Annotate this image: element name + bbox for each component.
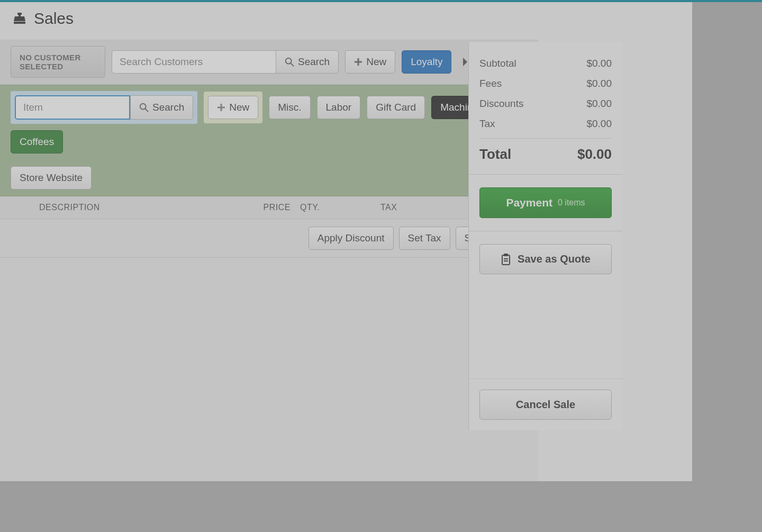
payment-button[interactable]: Payment 0 items (479, 187, 612, 218)
summary-discounts-value: $0.00 (586, 98, 612, 110)
svg-point-3 (286, 58, 292, 64)
col-qty: QTY. (291, 203, 333, 212)
store-website-button[interactable]: Store Website (11, 166, 92, 190)
search-icon (285, 57, 294, 67)
summary-tax-value: $0.00 (586, 118, 612, 130)
svg-rect-2 (14, 22, 25, 24)
payment-items: 0 items (558, 198, 585, 208)
col-description: DESCRIPTION (13, 203, 246, 212)
set-tax-button[interactable]: Set Tax (399, 227, 450, 250)
item-bar: Search New Misc. Labor Gift Card Machine… (0, 85, 538, 196)
cancel-sale-button[interactable]: Cancel Sale (479, 390, 612, 420)
svg-rect-11 (502, 255, 510, 265)
new-customer-button[interactable]: New (345, 50, 395, 74)
main-area: NO CUSTOMER SELECTED Search New Loyalty (0, 40, 538, 481)
summary-fees: Fees $0.00 (479, 74, 612, 94)
payment-block: Payment 0 items (469, 174, 622, 231)
summary-discounts-label: Discounts (479, 98, 523, 110)
customer-search-label: Search (298, 56, 330, 68)
clipboard-icon (501, 254, 511, 265)
plus-icon (354, 58, 362, 66)
row-actions: Apply Discount Set Tax Show Notes (0, 219, 538, 258)
summary-total-value: $0.00 (577, 146, 612, 163)
summary-subtotal-value: $0.00 (586, 58, 612, 69)
summary-subtotal: Subtotal $0.00 (479, 53, 612, 74)
quick-button-coffees[interactable]: Coffees (11, 130, 63, 154)
svg-rect-13 (504, 258, 508, 259)
summary-fees-value: $0.00 (586, 78, 612, 89)
line-items-header: DESCRIPTION PRICE QTY. TAX SUBTOTAL (0, 196, 538, 219)
item-search-label: Search (152, 102, 184, 113)
page-header: Sales (0, 2, 692, 37)
customer-search-group: Search (112, 50, 339, 74)
svg-rect-10 (217, 107, 225, 109)
new-customer-label: New (366, 56, 386, 68)
item-search-highlight: Search (11, 91, 197, 124)
no-customer-badge[interactable]: NO CUSTOMER SELECTED (11, 46, 105, 78)
summary-total: Total $0.00 (479, 141, 612, 170)
customer-search-input[interactable] (112, 50, 276, 74)
svg-line-4 (291, 64, 294, 66)
col-price: PRICE (246, 203, 291, 212)
col-tax: TAX (333, 203, 439, 212)
svg-rect-14 (504, 260, 508, 262)
page-title: Sales (34, 10, 74, 28)
side-spacer (469, 287, 622, 378)
summary-fees-label: Fees (479, 78, 502, 89)
item-search-group: Search (15, 95, 193, 120)
svg-point-7 (140, 104, 146, 110)
plus-icon (217, 103, 225, 112)
line-items-empty (0, 258, 538, 481)
item-search-input[interactable] (15, 95, 130, 120)
svg-rect-12 (504, 254, 508, 256)
loyalty-button[interactable]: Loyalty (402, 50, 451, 74)
payment-label: Payment (506, 196, 552, 209)
quote-block: Save as Quote (469, 231, 622, 287)
summary-tax: Tax $0.00 (479, 114, 612, 134)
item-search-button[interactable]: Search (130, 95, 193, 120)
summary-divider (479, 138, 612, 139)
quick-button-labor[interactable]: Labor (317, 96, 361, 119)
new-item-button[interactable]: New (208, 96, 258, 119)
save-quote-label: Save as Quote (518, 253, 591, 265)
quick-button-misc[interactable]: Misc. (269, 96, 310, 119)
search-icon (139, 103, 149, 112)
cash-register-icon (13, 13, 26, 24)
summary-lines: Subtotal $0.00 Fees $0.00 Discounts $0.0… (469, 42, 622, 174)
summary-panel: Subtotal $0.00 Fees $0.00 Discounts $0.0… (468, 42, 622, 430)
summary-discounts: Discounts $0.00 (479, 94, 612, 114)
summary-subtotal-label: Subtotal (479, 58, 516, 69)
svg-rect-6 (355, 61, 362, 63)
quick-button-giftcard[interactable]: Gift Card (367, 96, 425, 119)
summary-tax-label: Tax (479, 118, 495, 130)
apply-discount-button[interactable]: Apply Discount (309, 227, 394, 250)
summary-total-label: Total (479, 146, 511, 163)
loyalty-label: Loyalty (411, 56, 442, 68)
cancel-block: Cancel Sale (469, 378, 622, 430)
app-frame: Sales NO CUSTOMER SELECTED Search New (0, 2, 692, 481)
save-quote-button[interactable]: Save as Quote (479, 244, 612, 274)
customer-bar: NO CUSTOMER SELECTED Search New Loyalty (0, 40, 538, 85)
svg-rect-0 (17, 13, 22, 15)
customer-search-button[interactable]: Search (276, 50, 339, 74)
svg-rect-1 (19, 15, 21, 16)
new-item-label: New (229, 102, 249, 113)
chevron-right-icon (462, 57, 468, 67)
new-item-highlight: New (204, 92, 262, 123)
svg-line-8 (146, 109, 148, 112)
